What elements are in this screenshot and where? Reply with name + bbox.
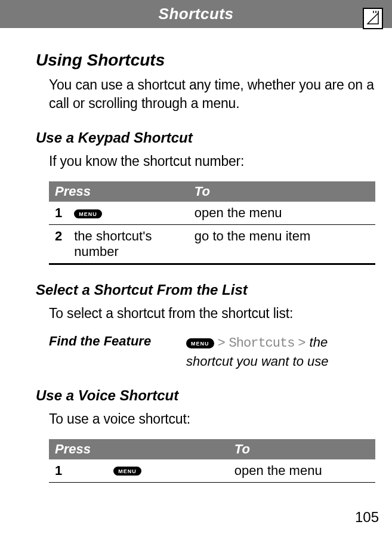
row-num: 1 [55,205,62,220]
intro-text-2: If you know the shortcut number: [49,152,375,171]
row-to: open the menu [195,205,282,220]
table-row: 1 MENU open the menu [49,202,375,225]
row-to: go to the menu item [195,229,310,243]
table-header-row: Press To [49,439,375,459]
heading-using-shortcuts: Using Shortcuts [36,51,375,70]
table-header-row: Press To [49,181,375,202]
table-end-rule [49,263,375,265]
intro-text-1: You can use a shortcut any time, whether… [49,76,375,113]
path-shortcuts: Shortcuts [229,336,295,351]
keypad-table: Press To 1 MENU open the menu 2 the shor… [49,181,375,263]
col-to: To [234,442,250,456]
menu-key-icon: MENU [186,338,214,348]
row-num: 2 [55,229,62,243]
row-press: the shortcut's number [74,229,152,259]
breadcrumb-separator: > [298,335,306,350]
voice-table: Press To 1 MENU open the menu [49,439,375,482]
intro-text-4: To use a voice shortcut: [49,410,375,428]
heading-select-from-list: Select a Shortcut From the List [36,282,375,298]
svg-marker-0 [368,13,378,24]
heading-voice-shortcut: Use a Voice Shortcut [36,387,375,404]
table-row: 2 the shortcut's number go to the menu i… [49,225,375,264]
find-feature-path: MENU > Shortcuts > the shortcut you want… [186,334,375,370]
col-press: Press [55,184,91,199]
find-feature-label: Find the Feature [49,334,186,370]
signal-icon [363,8,383,29]
breadcrumb-separator: > [218,335,226,350]
col-press: Press [55,442,91,456]
col-to: To [195,184,210,199]
find-feature-block: Find the Feature MENU > Shortcuts > the … [49,334,375,370]
page-number: 105 [355,509,379,526]
page-content: Using Shortcuts You can use a shortcut a… [0,28,392,483]
row-num: 1 [55,463,62,478]
table-end-rule [49,482,375,483]
menu-key-icon: MENU [74,209,102,218]
header-title: Shortcuts [159,5,234,23]
row-to: open the menu [234,463,322,478]
heading-keypad-shortcut: Use a Keypad Shortcut [36,129,375,146]
intro-text-3: To select a shortcut from the shortcut l… [49,304,375,323]
header-bar: Shortcuts [0,0,392,28]
menu-key-icon: MENU [113,467,141,476]
table-row: 1 MENU open the menu [49,459,375,482]
